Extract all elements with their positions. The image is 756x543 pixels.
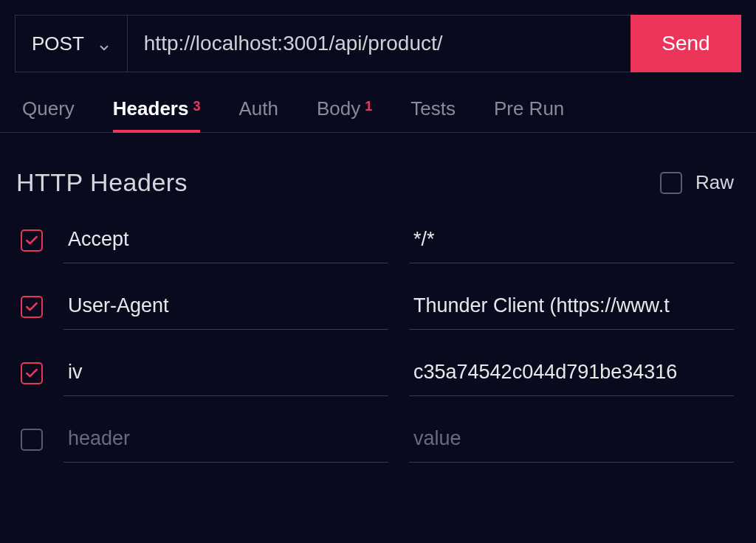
header-value-input[interactable] — [409, 417, 734, 463]
header-row — [21, 218, 734, 263]
header-name-input[interactable] — [63, 218, 388, 263]
tab-label: Pre Run — [494, 97, 564, 120]
header-row — [21, 350, 734, 396]
header-name-input[interactable] — [63, 417, 388, 463]
headers-rows — [0, 218, 756, 463]
header-value-input[interactable] — [409, 218, 734, 263]
header-name-input[interactable] — [63, 350, 388, 396]
row-enable-checkbox[interactable] — [21, 362, 43, 384]
tabs-bar: Query Headers 3 Auth Body 1 Tests Pre Ru… — [0, 72, 756, 133]
method-select[interactable]: POST — [15, 15, 127, 72]
tab-badge: 1 — [365, 99, 372, 114]
method-label: POST — [32, 32, 84, 55]
tab-auth[interactable]: Auth — [238, 97, 278, 132]
header-row — [21, 417, 734, 463]
tab-label: Body — [317, 97, 360, 120]
tab-badge: 3 — [193, 99, 200, 114]
header-value-input[interactable] — [409, 284, 734, 330]
tab-body[interactable]: Body 1 — [317, 97, 372, 132]
header-name-input[interactable] — [63, 284, 388, 330]
raw-checkbox[interactable] — [660, 172, 682, 194]
tab-prerun[interactable]: Pre Run — [494, 97, 564, 132]
section-title: HTTP Headers — [16, 168, 188, 197]
tab-label: Tests — [410, 97, 456, 120]
raw-toggle[interactable]: Raw — [660, 171, 734, 194]
tab-label: Auth — [238, 97, 278, 120]
chevron-down-icon — [97, 37, 111, 50]
tab-label: Headers — [113, 97, 189, 120]
tab-query[interactable]: Query — [22, 97, 75, 132]
tab-headers[interactable]: Headers 3 — [113, 97, 201, 132]
url-input[interactable] — [127, 15, 630, 72]
header-row — [21, 284, 734, 330]
headers-section-head: HTTP Headers Raw — [0, 133, 756, 218]
row-enable-checkbox[interactable] — [21, 429, 43, 451]
tab-tests[interactable]: Tests — [410, 97, 456, 132]
row-enable-checkbox[interactable] — [21, 229, 43, 252]
row-enable-checkbox[interactable] — [21, 296, 43, 318]
header-value-input[interactable] — [409, 350, 734, 396]
send-button[interactable]: Send — [630, 15, 741, 72]
raw-label: Raw — [695, 171, 734, 194]
request-bar: POST Send — [0, 0, 756, 72]
tab-label: Query — [22, 97, 75, 120]
